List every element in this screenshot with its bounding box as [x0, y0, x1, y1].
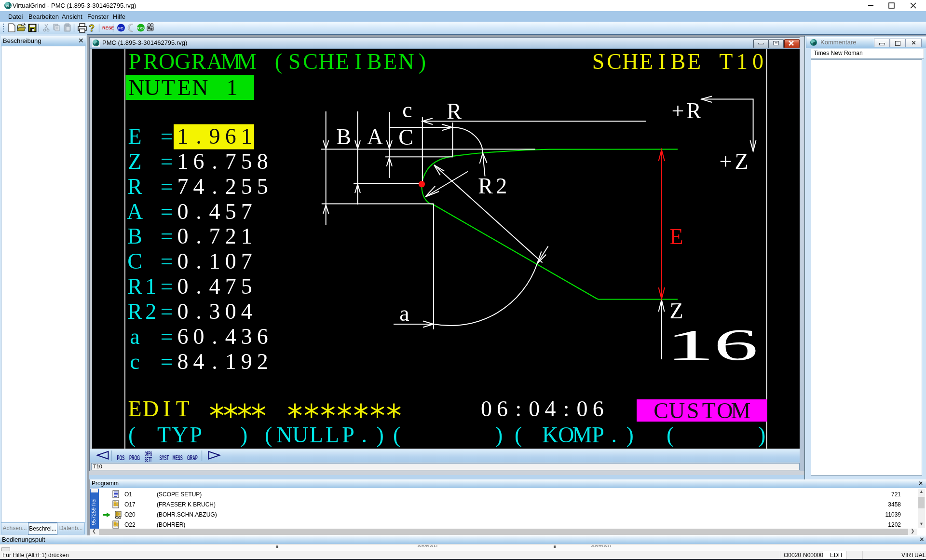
svg-text:(): () — [667, 423, 765, 447]
svg-text:C=: C= — [127, 249, 173, 273]
svg-text:c: c — [402, 97, 412, 122]
svg-text:E=: E= — [128, 124, 173, 149]
svg-text:R=: R= — [127, 174, 173, 199]
svg-text:0.457: 0.457 — [177, 199, 252, 224]
svg-text:a=: a= — [130, 324, 173, 349]
svg-text:16.758: 16.758 — [177, 149, 268, 174]
svg-text:FC: FC — [118, 26, 123, 30]
svg-text:Z=: Z= — [128, 149, 173, 174]
svg-text:c=: c= — [130, 349, 173, 374]
svg-text:SYST: SYST — [160, 453, 169, 462]
svg-text:84.192: 84.192 — [177, 349, 268, 374]
svg-text:POS: POS — [117, 453, 125, 462]
svg-text:0.475: 0.475 — [177, 274, 252, 299]
svg-text:R2=: R2= — [127, 299, 173, 324]
svg-text:R1=: R1= — [127, 274, 173, 299]
svg-text:R: R — [447, 99, 462, 123]
svg-text:RESE: RESE — [102, 26, 114, 30]
svg-text:A=: A= — [127, 199, 173, 224]
svg-text:GRAP: GRAP — [187, 453, 198, 462]
svg-text:SCHEIBET10: SCHEIBET10 — [592, 49, 763, 74]
svg-text:60.436: 60.436 — [177, 324, 268, 349]
svg-text:B: B — [336, 124, 351, 149]
svg-text:(TYP): (TYP) — [128, 423, 247, 447]
svg-text:SETT: SETT — [145, 456, 152, 463]
svg-text:+R: +R — [672, 98, 702, 123]
svg-text:E: E — [670, 224, 683, 249]
svg-text:(KOMP.): (KOMP.) — [515, 423, 634, 447]
svg-text:(NULLP.): (NULLP.) — [265, 423, 384, 447]
svg-text:A: A — [367, 124, 383, 149]
svg-text:EDIT: EDIT — [128, 396, 190, 421]
svg-text:R2: R2 — [478, 174, 507, 198]
svg-text:Z: Z — [670, 299, 683, 323]
svg-text:CUSTOM: CUSTOM — [654, 398, 750, 423]
svg-text:VG: VG — [6, 4, 11, 8]
svg-text:PROG: PROG — [129, 453, 140, 462]
svg-text:74.255: 74.255 — [177, 174, 268, 199]
svg-text:1: 1 — [666, 321, 715, 370]
svg-text:0.304: 0.304 — [177, 299, 252, 324]
svg-text:?: ? — [89, 23, 95, 33]
svg-text:B=: B= — [127, 224, 173, 248]
svg-text:(): () — [393, 423, 503, 447]
svg-text:06:04:06: 06:04:06 — [481, 396, 604, 421]
svg-text:MESS: MESS — [173, 453, 183, 462]
svg-text:C: C — [398, 125, 413, 150]
svg-text:6: 6 — [714, 320, 758, 369]
svg-text:XXX: XXX — [137, 26, 145, 30]
svg-text:0.107: 0.107 — [177, 249, 252, 273]
svg-text:a: a — [399, 301, 409, 326]
svg-text:+Z: +Z — [720, 149, 749, 174]
svg-text:0.721: 0.721 — [177, 224, 252, 248]
svg-text:PROGRAMM(SCHEIBEN): PROGRAMM(SCHEIBEN) — [129, 49, 426, 74]
